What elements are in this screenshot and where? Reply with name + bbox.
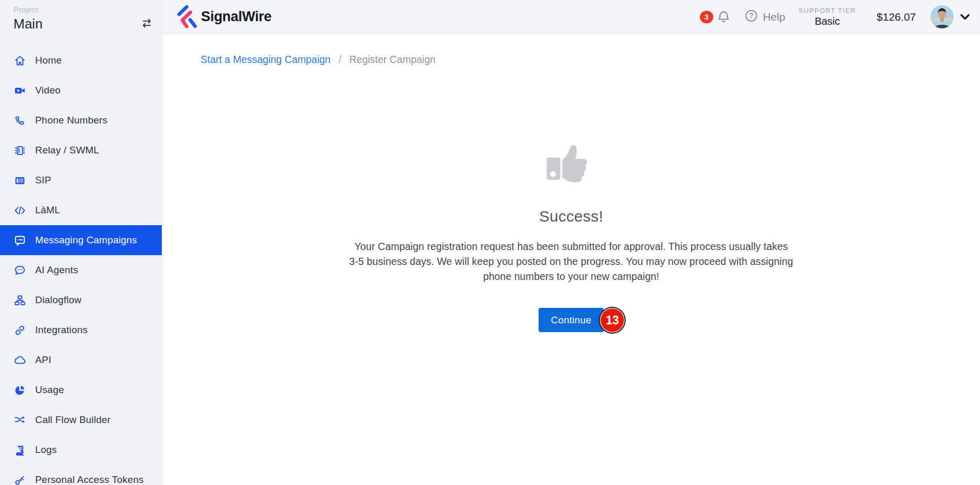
project-switcher[interactable]: Project Main — [0, 0, 162, 45]
support-tier: SUPPORT TIER Basic — [799, 7, 856, 27]
success-message-line-1: Your Campaign registration request has b… — [355, 241, 788, 252]
bell-icon — [715, 9, 732, 25]
sidebar-item-label: Home — [35, 55, 62, 66]
sidebar: Project Main HomeVideoPhone NumbersRelay… — [0, 0, 162, 485]
sidebar-item-label: Integrations — [35, 324, 88, 336]
phone-icon — [13, 114, 26, 127]
chat-dots-icon — [13, 264, 26, 277]
sidebar-item-label: Phone Numbers — [35, 115, 108, 126]
sidebar-item-integrations[interactable]: Integrations — [0, 315, 162, 345]
svg-text:?: ? — [749, 11, 754, 20]
link-icon — [13, 324, 26, 337]
sidebar-item-home[interactable]: Home — [0, 45, 162, 75]
annotation-step-badge: 13 — [601, 308, 624, 332]
chat-lines-icon — [13, 234, 26, 247]
sidebar-item-api[interactable]: API — [0, 345, 162, 375]
sidebar-item-label: Personal Access Tokens — [35, 474, 144, 485]
sidebar-item-phone-numbers[interactable]: Phone Numbers — [0, 105, 162, 135]
sidebar-item-logs[interactable]: Logs — [0, 435, 162, 465]
continue-button-wrap: Continue 13 — [539, 308, 604, 332]
chevron-down-icon[interactable] — [958, 10, 972, 24]
success-heading: Success! — [162, 208, 980, 225]
account-balance[interactable]: $126.07 — [877, 11, 916, 23]
topbar: SignalWire 3 ? Help — [162, 0, 980, 34]
sip-phone-icon — [13, 174, 26, 187]
cloud-icon — [13, 354, 26, 367]
sidebar-item-label: AI Agents — [35, 264, 78, 276]
sidebar-item-l-ml[interactable]: LāML — [0, 195, 162, 225]
code-icon — [13, 204, 26, 217]
sidebar-item-label: Logs — [35, 444, 57, 456]
sidebar-item-label: Dialogflow — [35, 294, 82, 306]
support-tier-label: SUPPORT TIER — [799, 7, 856, 14]
key-icon — [13, 474, 26, 485]
avatar[interactable] — [930, 5, 954, 28]
project-label: Project — [13, 5, 148, 14]
continue-button[interactable]: Continue — [539, 308, 604, 332]
brand-name: SignalWire — [201, 9, 271, 25]
help-button[interactable]: ? Help — [744, 9, 785, 25]
sidebar-item-messaging-campaigns[interactable]: Messaging Campaigns — [0, 225, 162, 255]
signalwire-logo-icon — [177, 5, 197, 29]
success-message-line-3: phone numbers to your new campaign! — [483, 271, 660, 282]
sidebar-item-label: Video — [35, 85, 60, 96]
success-message: Your Campaign registration request has b… — [162, 239, 980, 284]
main-content: Start a Messaging Campaign / Register Ca… — [162, 34, 980, 485]
breadcrumb-current: Register Campaign — [349, 54, 436, 65]
notification-count-badge: 3 — [700, 11, 713, 23]
sidebar-item-ai-agents[interactable]: AI Agents — [0, 255, 162, 285]
sidebar-item-label: SIP — [35, 175, 51, 186]
shuffle-icon — [13, 414, 26, 427]
breadcrumb: Start a Messaging Campaign / Register Ca… — [201, 54, 980, 66]
org-chart-icon — [13, 294, 26, 307]
brand-home-link[interactable]: SignalWire — [177, 5, 271, 29]
sidebar-item-label: Usage — [35, 384, 64, 396]
project-name: Main — [13, 16, 148, 32]
notifications-button[interactable]: 3 — [700, 9, 732, 25]
sidebar-item-label: LāML — [35, 205, 60, 216]
sidebar-item-dialogflow[interactable]: Dialogflow — [0, 285, 162, 315]
sidebar-nav: HomeVideoPhone NumbersRelay / SWMLSIPLāM… — [0, 45, 162, 485]
success-message-line-2: 3-5 business days. We will keep you post… — [349, 256, 793, 267]
sidebar-item-label: Relay / SWML — [35, 145, 99, 156]
swap-arrows-icon[interactable] — [140, 17, 154, 30]
sidebar-item-sip[interactable]: SIP — [0, 165, 162, 195]
sidebar-item-label: Call Flow Builder — [35, 414, 111, 426]
help-label: Help — [763, 11, 785, 23]
thumbs-up-icon — [162, 134, 980, 195]
sidebar-item-personal-access-tokens[interactable]: Personal Access Tokens — [0, 465, 162, 485]
success-panel: Success! Your Campaign registration requ… — [162, 134, 980, 332]
topbar-right: 3 ? Help SUPPORT TIER — [700, 5, 980, 28]
support-tier-value: Basic — [799, 15, 856, 27]
pie-chart-icon — [13, 384, 26, 397]
question-circle-icon: ? — [744, 9, 758, 25]
breadcrumb-separator: / — [339, 54, 341, 65]
sidebar-item-relay-swml[interactable]: Relay / SWML — [0, 135, 162, 165]
breadcrumb-link[interactable]: Start a Messaging Campaign — [201, 54, 330, 65]
sidebar-item-usage[interactable]: Usage — [0, 375, 162, 405]
chip-icon — [13, 144, 26, 157]
sidebar-item-call-flow-builder[interactable]: Call Flow Builder — [0, 405, 162, 435]
sidebar-item-label: Messaging Campaigns — [35, 234, 137, 246]
sidebar-item-video[interactable]: Video — [0, 75, 162, 105]
book-icon — [13, 444, 26, 457]
video-icon — [13, 84, 26, 97]
home-icon — [13, 54, 26, 67]
sidebar-item-label: API — [35, 354, 51, 366]
